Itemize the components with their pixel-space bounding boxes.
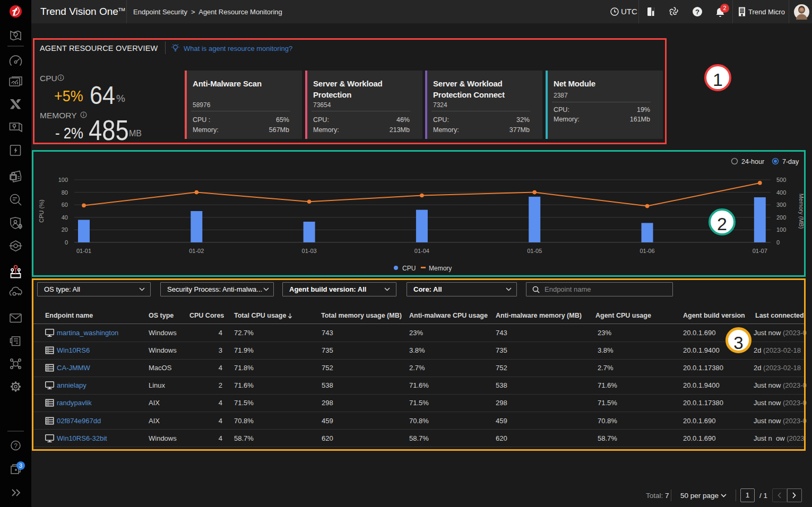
svg-text:?: ? [695, 8, 699, 16]
svg-text:60: 60 [62, 202, 68, 208]
svg-text:01-06: 01-06 [640, 248, 654, 254]
svg-text:400: 400 [776, 189, 786, 196]
svg-text:100: 100 [776, 226, 786, 233]
svg-text:0: 0 [65, 239, 68, 246]
svg-text:500: 500 [776, 177, 786, 183]
svg-text:300: 300 [776, 202, 786, 208]
svg-text:01-01: 01-01 [76, 248, 91, 254]
svg-text:7-day: 7-day [782, 158, 799, 165]
svg-text:200: 200 [776, 214, 786, 221]
svg-text:24-hour: 24-hour [741, 158, 764, 165]
svg-text:01-03: 01-03 [302, 248, 317, 254]
svg-text:CPU: CPU [402, 265, 416, 272]
svg-text:01-02: 01-02 [189, 248, 204, 254]
svg-text:20: 20 [62, 226, 68, 233]
svg-text:01-05: 01-05 [527, 248, 542, 254]
svg-text:40: 40 [62, 214, 68, 221]
svg-text:100: 100 [58, 177, 68, 183]
svg-text:Memory (MB): Memory (MB) [798, 194, 805, 229]
svg-text:CPU (%): CPU (%) [38, 199, 45, 222]
svg-text:Memory: Memory [429, 265, 452, 272]
svg-text:01-04: 01-04 [414, 248, 429, 254]
svg-text:01-07: 01-07 [753, 248, 767, 254]
svg-text:0: 0 [776, 239, 780, 246]
svg-text:?: ? [14, 442, 18, 450]
svg-text:80: 80 [62, 189, 68, 196]
